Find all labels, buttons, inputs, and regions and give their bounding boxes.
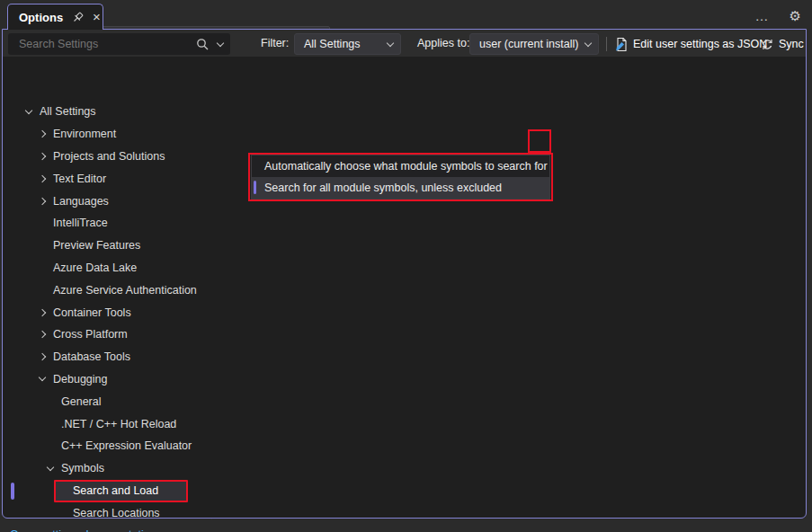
sidebar-item-search-locations[interactable]: Search Locations — [3, 501, 214, 524]
search-chevron-down-icon[interactable] — [217, 39, 224, 46]
sidebar-item-text-editor[interactable]: Text Editor — [3, 167, 214, 190]
chevron-down-icon — [387, 39, 394, 46]
chevron-down-icon[interactable] — [25, 107, 32, 114]
sidebar-item-label: Azure Service Authentication — [49, 284, 197, 297]
chevron-right-icon[interactable] — [39, 153, 46, 160]
sidebar-item-label: Environment — [49, 128, 116, 140]
sidebar-item-label: Languages — [49, 195, 109, 208]
sidebar-item-label: Projects and Solutions — [49, 150, 165, 163]
sync-icon — [761, 38, 774, 51]
applies-to-value: user (current install) — [479, 38, 578, 50]
chevron-right-icon[interactable] — [39, 130, 46, 137]
option-selection-indicator — [254, 181, 256, 194]
chevron-right-icon[interactable] — [39, 331, 46, 338]
chevron-right-icon[interactable] — [39, 353, 46, 360]
chevron-down-icon — [584, 39, 592, 46]
json-file-icon — [614, 37, 629, 52]
sidebar-item-cross-platform[interactable]: Cross Platform — [3, 324, 214, 346]
chevron-right-icon[interactable] — [39, 175, 46, 182]
dropdown-option-search-for-all-module-symbols-[interactable]: Search for all module symbols, unless ex… — [252, 177, 549, 199]
sidebar-item-label: Azure Data Lake — [49, 262, 137, 274]
open-settings-documentation-link[interactable]: Open settings documentation — [10, 528, 156, 532]
applies-to-label: Applies to: — [417, 37, 469, 49]
sidebar-item-projects-and-solutions[interactable]: Projects and Solutions — [3, 146, 214, 168]
sidebar-item-languages[interactable]: Languages — [3, 190, 214, 212]
sidebar-item-label: Cross Platform — [49, 328, 128, 341]
sidebar-item-debugging[interactable]: Debugging — [3, 368, 214, 391]
sidebar-item-database-tools[interactable]: Database Tools — [3, 346, 214, 368]
selection-indicator — [11, 483, 14, 500]
sidebar-item-intellitrace[interactable]: IntelliTrace — [3, 212, 214, 235]
applies-to-select[interactable]: user (current install) — [469, 33, 599, 55]
search-input[interactable] — [17, 37, 196, 51]
sidebar-item-general[interactable]: General — [3, 390, 214, 412]
sidebar-item-container-tools[interactable]: Container Tools — [3, 301, 214, 324]
close-icon[interactable]: × — [93, 11, 101, 23]
sidebar-item-search-and-load[interactable]: Search and Load — [3, 480, 214, 502]
options-window: Options × … ⚙ Filter: All Settings Appli — [0, 0, 812, 532]
chevron-right-icon[interactable] — [39, 197, 46, 204]
search-icon[interactable] — [196, 38, 209, 50]
settings-sidebar: All SettingsEnvironmentProjects and Solu… — [3, 58, 214, 518]
sidebar-item-environment[interactable]: Environment — [3, 123, 214, 146]
chevron-down-icon[interactable] — [39, 374, 46, 381]
chevron-down-icon[interactable] — [47, 463, 54, 470]
sidebar-item-label: Search and Load — [68, 484, 158, 497]
sidebar-item-label: .NET / C++ Hot Reload — [57, 418, 176, 430]
sidebar-item-azure-service-authentication[interactable]: Azure Service Authentication — [3, 279, 214, 301]
tab-options[interactable]: Options × — [7, 4, 103, 30]
sidebar-item-all-settings[interactable]: All Settings — [3, 101, 214, 123]
tab-title: Options — [19, 11, 63, 24]
search-input-container[interactable] — [8, 33, 230, 55]
toolbar-divider — [606, 37, 607, 51]
automatic-symbol-searching-dropdown: Automatically choose what module symbols… — [251, 155, 550, 200]
edit-json-button[interactable]: Edit user settings as JSON — [614, 33, 767, 55]
sidebar-item-label: Preview Features — [49, 239, 140, 252]
sidebar-item-net-c-hot-reload[interactable]: .NET / C++ Hot Reload — [3, 412, 214, 435]
sidebar-item-c-expression-evaluator[interactable]: C++ Expression Evaluator — [3, 435, 214, 457]
sidebar-item-azure-data-lake[interactable]: Azure Data Lake — [3, 257, 214, 279]
sync-label: Sync — [779, 38, 804, 50]
sidebar-item-label: Text Editor — [49, 173, 106, 185]
sidebar-item-symbols[interactable]: Symbols — [3, 457, 214, 480]
sidebar-item-label: All Settings — [35, 105, 96, 118]
settings-toolbar: Filter: All Settings Applies to: user (c… — [3, 30, 806, 57]
edit-json-label: Edit user settings as JSON — [633, 38, 767, 50]
window-overflow-icon[interactable]: … — [755, 12, 770, 21]
filter-label: Filter: — [261, 37, 289, 49]
sidebar-item-label: IntelliTrace — [49, 217, 108, 229]
sidebar-item-label: Database Tools — [49, 350, 130, 363]
sidebar-item-label: Symbols — [57, 462, 104, 474]
window-gear-icon[interactable]: ⚙ — [790, 8, 801, 24]
filter-select[interactable]: All Settings — [294, 33, 401, 55]
sidebar-item-label: Debugging — [49, 373, 107, 386]
dropdown-option-automatically-choose-what-modu[interactable]: Automatically choose what module symbols… — [252, 155, 549, 177]
settings-tree: All SettingsEnvironmentProjects and Solu… — [3, 101, 214, 524]
sidebar-item-label: General — [57, 395, 101, 408]
sidebar-item-label: Container Tools — [49, 306, 131, 319]
sidebar-item-preview-features[interactable]: Preview Features — [3, 235, 214, 257]
filter-value: All Settings — [304, 38, 361, 50]
sync-button[interactable]: Sync — [761, 33, 804, 55]
options-window-body: Filter: All Settings Applies to: user (c… — [2, 29, 807, 519]
chevron-right-icon[interactable] — [39, 308, 46, 315]
pin-icon[interactable] — [71, 11, 85, 24]
sidebar-item-label: Search Locations — [68, 507, 160, 519]
sidebar-item-label: C++ Expression Evaluator — [57, 439, 192, 452]
